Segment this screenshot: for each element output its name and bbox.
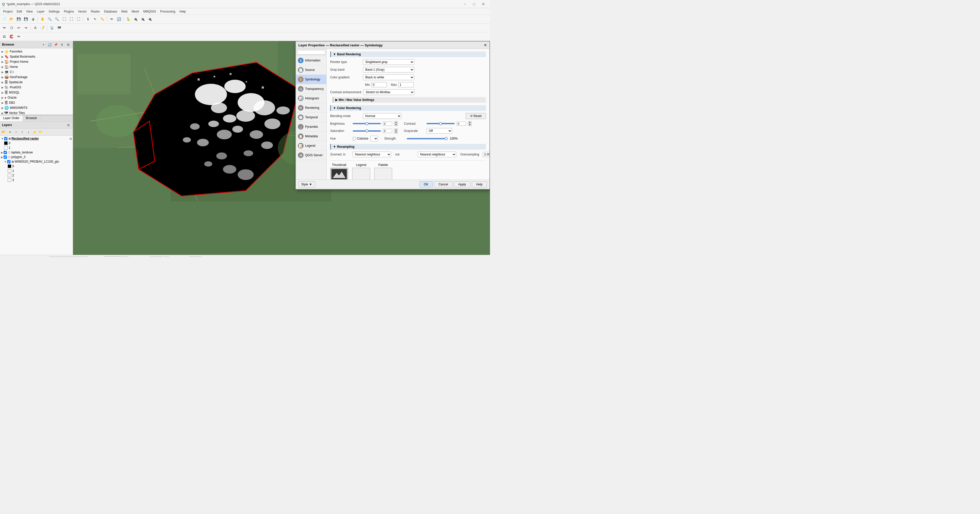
epsg-label[interactable]: EPSG:4326	[238, 257, 255, 257]
gps-btn[interactable]: 📡	[49, 25, 55, 31]
layer-laplata[interactable]: ▶ ⬡ laplata_landuse	[0, 150, 73, 155]
menu-processing[interactable]: Processing	[158, 8, 177, 15]
color-rendering-header[interactable]: ▼ Color Rendering	[330, 105, 486, 111]
ok-button[interactable]: OK	[420, 181, 433, 188]
brightness-down[interactable]: ▼	[394, 124, 398, 126]
layer-w060[interactable]: ▼ ⊞ W060S20_PROBAV_LC100_glo	[0, 159, 73, 164]
hue-select[interactable]	[371, 136, 378, 142]
nav-legend[interactable]: 📝 Legend	[296, 141, 326, 151]
grayscale-select[interactable]: Off	[426, 128, 452, 134]
minimize-button[interactable]: −	[460, 0, 469, 8]
maximize-button[interactable]: □	[469, 0, 479, 8]
min-input[interactable]	[371, 82, 387, 88]
browser-db2[interactable]: ▶ 🗄 DB2	[0, 100, 73, 105]
browser-oracle[interactable]: ▶ ● Oracle	[0, 95, 73, 100]
nav-information[interactable]: ℹ Information	[296, 56, 326, 65]
save-as-btn[interactable]: 💾	[22, 16, 29, 22]
browser-c-drive[interactable]: ▶ 💻 C:\	[0, 69, 73, 75]
digitize-btn[interactable]: ✏	[108, 16, 115, 22]
layer-poly3-check[interactable]	[3, 156, 7, 159]
style-button[interactable]: Style ▼	[298, 181, 315, 188]
max-input[interactable]	[398, 82, 414, 88]
menu-view[interactable]: View	[24, 8, 35, 15]
new-project-btn[interactable]: 📄	[1, 16, 8, 22]
layers-remove-btn[interactable]: −	[13, 129, 19, 135]
refresh-btn[interactable]: 🔄	[116, 16, 122, 22]
browser-postgis[interactable]: ▶ 🐘 PostGIS	[0, 85, 73, 90]
layers-float-btn[interactable]: ⊡	[66, 123, 71, 127]
magnifier-btn[interactable]: 🔍	[164, 256, 169, 257]
menu-mmqgis[interactable]: MMQGIS	[141, 8, 158, 15]
nav-temporal[interactable]: 🕐 Temporal	[296, 113, 326, 122]
menu-edit[interactable]: Edit	[14, 8, 24, 15]
nav-transparency[interactable]: ◎ Transparency	[296, 84, 326, 94]
color-gradient-select[interactable]: Black to white	[363, 75, 414, 80]
nav-source[interactable]: 📄 Source	[296, 65, 326, 75]
edit-btn[interactable]: ✏	[1, 25, 8, 31]
minmax-settings-header[interactable]: ▶ Min / Max Value Settings	[333, 97, 486, 103]
browser-vector-tiles[interactable]: ▶ 🗺 Vector Tiles	[0, 110, 73, 115]
layer-rr-check[interactable]	[4, 137, 8, 140]
zoomed-out-select[interactable]: Nearest neighbour	[418, 152, 456, 157]
layers-up-btn[interactable]: ↑	[19, 129, 25, 135]
save-project-btn[interactable]: 💾	[15, 16, 22, 22]
saturation-down[interactable]: ▼	[394, 131, 398, 134]
strength-slider[interactable]	[407, 138, 448, 139]
georef-btn[interactable]: 🗺	[56, 25, 62, 31]
menu-project[interactable]: Project	[1, 8, 14, 15]
menu-help[interactable]: Help	[178, 8, 188, 15]
layers-add-btn[interactable]: +	[7, 129, 13, 135]
python-btn[interactable]: 🐍	[125, 16, 132, 22]
zoom-extent-btn[interactable]: ⛶	[61, 16, 67, 22]
colorize-checkbox[interactable]	[353, 137, 356, 140]
browser-refresh-btn[interactable]: 🔄	[47, 42, 52, 47]
zoom-selection-btn[interactable]: ⛶	[75, 16, 82, 22]
label-btn[interactable]: A	[32, 25, 39, 31]
scale-select[interactable]: 1:214678	[104, 256, 122, 257]
layer-rr-details-btn[interactable]: ⊡	[70, 137, 72, 140]
layers-group-btn[interactable]: 📁	[38, 129, 43, 135]
brightness-input[interactable]	[383, 122, 392, 126]
plugin1-btn[interactable]: 🔌	[132, 16, 139, 22]
band-rendering-header[interactable]: ▼ Band Rendering	[330, 51, 486, 57]
snapping-btn[interactable]: 🧲	[8, 33, 15, 40]
select-btn[interactable]: ↖	[92, 16, 99, 22]
nav-symbology[interactable]: 🎨 Symbology	[296, 75, 326, 84]
browser-mssql[interactable]: ▶ 🗄 MSSQL	[0, 90, 73, 95]
plugin3-btn[interactable]: 🔌	[146, 16, 153, 22]
menu-vector[interactable]: Vector	[76, 8, 89, 15]
browser-spatial-bookmarks[interactable]: ▶ 🔖 Spatial Bookmarks	[0, 54, 73, 59]
redo-btn[interactable]: ↪	[22, 25, 29, 31]
zoom-layer-btn[interactable]: ⛶	[68, 16, 75, 22]
nav-qgis-server[interactable]: 🖥 QGIS Server	[296, 151, 326, 160]
pan-btn[interactable]: ✋	[39, 16, 46, 22]
close-button[interactable]: ✕	[479, 0, 488, 8]
open-project-btn[interactable]: 📂	[8, 16, 15, 22]
nav-rendering[interactable]: ⚙ Rendering	[296, 103, 326, 113]
brightness-slider[interactable]	[353, 123, 381, 124]
layers-down-btn[interactable]: ↓	[25, 129, 31, 135]
dialog-search-input[interactable]	[297, 50, 325, 54]
dialog-close-btn[interactable]: ✕	[484, 43, 487, 47]
annotation-btn[interactable]: 📝	[39, 25, 46, 31]
menu-database[interactable]: Database	[102, 8, 119, 15]
magnifier-input[interactable]	[150, 256, 162, 257]
coordinate-input[interactable]	[49, 256, 88, 257]
tab-browser[interactable]: Browser	[23, 115, 40, 121]
zoomed-in-select[interactable]: Nearest neighbour	[353, 152, 391, 157]
help-button[interactable]: Help	[472, 181, 487, 188]
plugin2-btn[interactable]: 🔌	[139, 16, 146, 22]
nav-pyramids[interactable]: △ Pyramids	[296, 122, 326, 132]
map-scale-btn[interactable]: ⚖	[1, 33, 8, 40]
browser-favorites[interactable]: ▶ ⭐ Favorites	[0, 49, 73, 54]
blending-select[interactable]: Normal	[363, 113, 401, 119]
undo-btn[interactable]: ↩	[15, 25, 22, 31]
browser-home[interactable]: ▶ 🏠 Home	[0, 64, 73, 69]
contrast-input[interactable]	[457, 122, 466, 126]
browser-info-btn[interactable]: ℹ	[59, 42, 65, 47]
menu-plugins[interactable]: Plugins	[62, 8, 76, 15]
menu-raster[interactable]: Raster	[89, 8, 102, 15]
layer-polygon3[interactable]: ▶ ⬡ polygon_3	[0, 155, 73, 159]
menu-mesh[interactable]: Mesh	[130, 8, 141, 15]
render-type-select[interactable]: Singleband gray	[363, 59, 414, 65]
